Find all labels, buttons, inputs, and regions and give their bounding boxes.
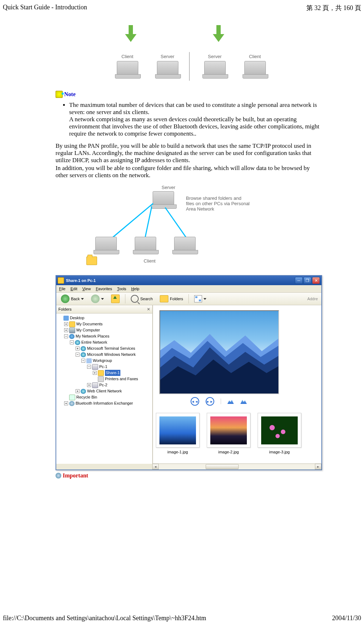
expand-icon[interactable]: +	[93, 371, 97, 375]
scroll-right-button[interactable]: ►	[315, 464, 321, 470]
maximize-button[interactable]: ❐	[303, 277, 311, 284]
tree-share1[interactable]: +Share-1	[93, 370, 152, 376]
collapse-icon[interactable]: −	[76, 353, 80, 357]
minimize-button[interactable]: ─	[295, 277, 303, 284]
tree-label: Microsoft Terminal Services	[87, 345, 135, 352]
menu-tools[interactable]: Tools	[117, 287, 126, 291]
page-current: 32	[315, 4, 321, 11]
prev-image-button[interactable]: ◄◄	[191, 397, 199, 406]
search-button[interactable]: Search	[128, 293, 155, 304]
folders-label: Folders	[170, 297, 183, 301]
laptop-label: Server	[153, 54, 182, 60]
collapse-icon[interactable]: −	[87, 365, 91, 369]
thumbnail-item[interactable]: image-1.jpg	[156, 413, 200, 454]
desktop-icon	[63, 316, 69, 321]
expand-icon[interactable]: +	[76, 389, 80, 393]
note-bullet-list: The maximum total number of devices that…	[69, 102, 322, 137]
tree-mts[interactable]: +Microsoft Terminal Services	[76, 345, 152, 352]
scroll-track[interactable]	[159, 464, 315, 469]
up-button[interactable]	[109, 293, 122, 305]
note-icon	[56, 91, 63, 98]
menu-favorites[interactable]: Favorites	[96, 287, 112, 291]
laptop-server: Server	[201, 54, 229, 75]
laptop-client	[131, 237, 160, 251]
tree-webclient[interactable]: +Web Client Network	[76, 388, 152, 394]
important-callout: Important	[56, 472, 322, 479]
forward-button[interactable]	[88, 293, 106, 305]
folder-tree[interactable]: Desktop +My Documents +My Computer −My N…	[56, 314, 152, 464]
thumbnail-image	[261, 416, 298, 444]
close-button[interactable]: ✕	[312, 277, 320, 284]
pc-icon	[92, 364, 98, 370]
body-paragraph: By using the PAN profile, you will be ab…	[56, 142, 322, 179]
folders-panel-title: Folders	[58, 307, 72, 311]
menu-edit[interactable]: Edit	[71, 287, 77, 291]
collapse-icon[interactable]: −	[64, 334, 68, 338]
filmstrip-controls: ◄◄ ►►	[159, 397, 278, 406]
back-label: Back	[71, 297, 80, 301]
network-role-diagram: Client Server Server Client	[103, 34, 275, 84]
thumbnail-item[interactable]: image-3.jpg	[258, 413, 301, 454]
horizontal-scrollbar[interactable]: ◄ ►	[152, 463, 321, 470]
laptop-client: Client	[113, 54, 142, 75]
collapse-icon[interactable]: −	[70, 340, 74, 344]
thumbnail-image	[159, 416, 196, 444]
tree-pc1[interactable]: −Pc-1	[87, 364, 152, 370]
important-label: Important	[63, 472, 88, 479]
tree-mycomputer[interactable]: +My Computer	[64, 327, 152, 333]
window-titlebar[interactable]: Share-1 on Pc-1 ─ ❐ ✕	[56, 276, 321, 285]
expand-icon[interactable]: +	[87, 383, 91, 387]
menu-help[interactable]: Help	[131, 287, 139, 291]
tree-printers[interactable]: Printers and Faxes	[93, 376, 152, 382]
tree-label: Recycle Bin	[76, 394, 97, 400]
tree-bluetooth[interactable]: +Bluetooth Information Exchanger	[64, 400, 152, 406]
note-text: The maximum total number of devices that…	[69, 102, 317, 116]
thumbnail-item[interactable]: image-2.jpg	[207, 413, 250, 454]
tree-entire-network[interactable]: −Entire Network	[70, 339, 152, 345]
collapse-icon[interactable]: −	[81, 359, 85, 363]
tree-label: My Computer	[76, 327, 100, 333]
dropdown-icon[interactable]	[203, 297, 206, 300]
scroll-thumb[interactable]	[206, 464, 239, 469]
rotate-ccw-button[interactable]	[227, 399, 234, 404]
menu-view[interactable]: View	[82, 287, 91, 291]
laptop-label: Server	[201, 54, 229, 60]
menu-file[interactable]: File	[59, 287, 66, 291]
tree-mynetwork[interactable]: −My Network Places	[64, 333, 152, 339]
thumbnail-image	[210, 416, 247, 444]
tree-pc2[interactable]: +Pc-2	[87, 382, 152, 388]
expand-icon[interactable]: +	[64, 322, 68, 326]
menu-bar: File Edit View Favorites Tools Help	[56, 285, 321, 293]
back-button[interactable]: Back	[58, 293, 86, 305]
rotate-cw-button[interactable]	[240, 399, 247, 404]
scroll-left-button[interactable]: ◄	[152, 464, 159, 470]
next-image-button[interactable]: ►►	[206, 397, 214, 406]
laptop-server: Server	[153, 54, 182, 75]
content-pane[interactable]: ◄◄ ►► image-1.jpg image-2.jpg	[153, 305, 321, 464]
dropdown-icon[interactable]	[81, 297, 84, 300]
tree-workgroup[interactable]: −Workgroup	[81, 358, 152, 364]
folders-button[interactable]: Folders	[157, 294, 186, 304]
expand-icon[interactable]: +	[64, 401, 68, 405]
thumbnail-strip: image-1.jpg image-2.jpg image-3.jpg	[156, 413, 321, 454]
folder-icon	[86, 256, 97, 265]
thumbnail-label: image-1.jpg	[167, 450, 188, 454]
expand-icon[interactable]: +	[76, 346, 80, 350]
paragraph-text: By using the PAN profile, you will be ab…	[56, 142, 322, 164]
views-icon	[194, 295, 202, 302]
tree-recycle[interactable]: Recycle Bin	[64, 394, 152, 400]
tree-mwn[interactable]: −Microsoft Windows Network	[76, 352, 152, 358]
tree-label: Bluetooth Information Exchanger	[76, 400, 133, 406]
page-total: 160	[344, 4, 353, 11]
laptop-client: Client	[241, 54, 269, 75]
dropdown-icon[interactable]	[101, 297, 104, 300]
tree-desktop[interactable]: Desktop	[58, 315, 152, 321]
forward-icon	[91, 294, 100, 303]
tree-mydocs[interactable]: +My Documents	[64, 321, 152, 327]
separator	[125, 294, 125, 303]
globe-icon	[81, 346, 86, 351]
views-button[interactable]	[192, 294, 209, 304]
close-panel-button[interactable]: ✕	[147, 307, 150, 312]
toolbar: Back Search Folders	[56, 293, 321, 305]
expand-icon[interactable]: +	[64, 328, 68, 332]
